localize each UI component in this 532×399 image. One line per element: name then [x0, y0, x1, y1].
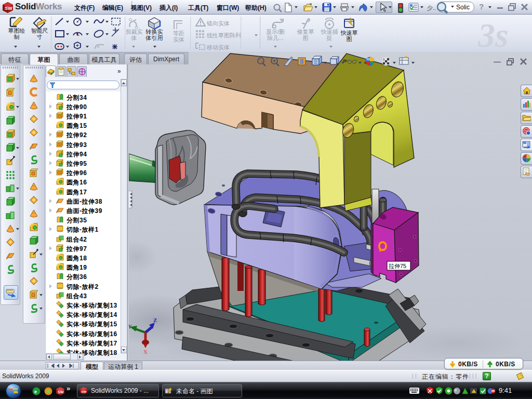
- svg-text:3s: 3s: [478, 16, 509, 52]
- svg-text:Z: Z: [153, 317, 157, 323]
- svg-text:!: !: [473, 390, 474, 393]
- svg-text:e: e: [34, 388, 37, 394]
- svg-text:Y: Y: [129, 323, 132, 329]
- svg-text:拉伸75: 拉伸75: [389, 263, 406, 269]
- svg-text:X: X: [143, 349, 148, 355]
- svg-text:SW: SW: [58, 390, 64, 394]
- svg-text:SW: SW: [82, 390, 87, 393]
- svg-text:SW: SW: [5, 6, 12, 11]
